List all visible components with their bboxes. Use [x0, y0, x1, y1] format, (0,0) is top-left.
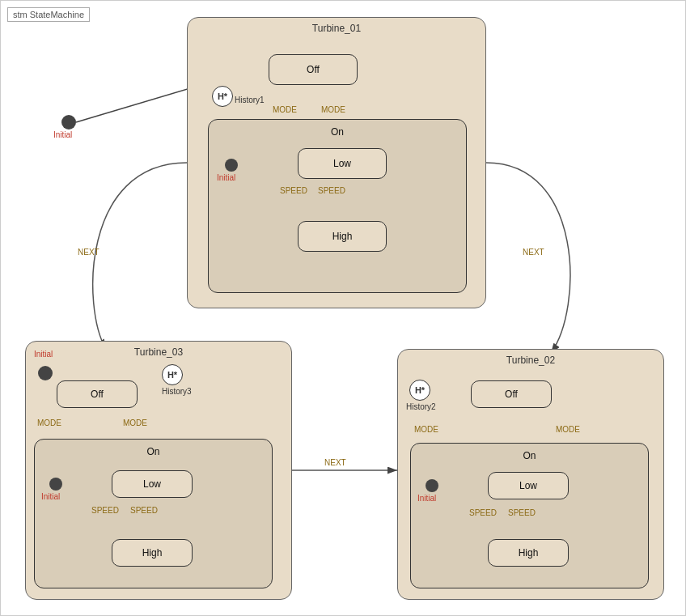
- turbine03-outer-initial-dot: [38, 366, 53, 380]
- turbine01-inner-initial-label: Initial: [217, 173, 235, 182]
- turbine02-inner-initial-label: Initial: [417, 494, 436, 503]
- turbine03-speed-up: SPEED: [130, 506, 158, 515]
- turbine03-inner-initial-dot: [49, 478, 62, 491]
- turbine02-off-state: Off: [471, 380, 552, 408]
- turbine02-speed-down: SPEED: [469, 508, 497, 517]
- turbine03-history-label: History3: [162, 387, 192, 396]
- turbine02-on-label: On: [523, 450, 536, 461]
- next-left-label: NEXT: [78, 248, 100, 257]
- turbine01-off-state: Off: [269, 54, 358, 85]
- turbine02-low-label: Low: [519, 480, 537, 491]
- turbine03-speed-down: SPEED: [91, 506, 119, 515]
- turbine01-mode-down: MODE: [273, 105, 297, 114]
- turbine01-low-label: Low: [333, 158, 351, 169]
- turbine02-history: H*: [409, 380, 430, 401]
- turbine02-on-state: On Low High SPEED SPEED Initial: [410, 443, 649, 588]
- turbine02-mode-down: MODE: [414, 425, 438, 434]
- turbine03-box: Turbine_03 Initial Off H* History3 On Lo…: [25, 341, 292, 600]
- turbine02-inner-initial-dot: [426, 479, 438, 492]
- turbine03-high-label: High: [142, 547, 163, 559]
- outer-initial-dot: [61, 115, 76, 130]
- turbine01-on-label: On: [331, 126, 344, 138]
- turbine03-mode-up: MODE: [123, 418, 147, 427]
- turbine01-inner-initial-dot: [225, 159, 238, 172]
- turbine03-inner-initial-label: Initial: [41, 492, 60, 501]
- turbine03-low-state: Low: [112, 470, 193, 498]
- turbine01-high-state: High: [298, 221, 387, 252]
- turbine01-label: Turbine_01: [188, 23, 485, 34]
- turbine01-history-label: History1: [235, 96, 265, 104]
- turbine03-history: H*: [162, 364, 183, 385]
- turbine03-on-state: On Low High SPEED SPEED Initial: [34, 439, 273, 588]
- turbine02-history-symbol: H*: [415, 385, 425, 395]
- turbine03-label: Turbine_03: [26, 346, 291, 358]
- turbine03-off-state: Off: [57, 380, 138, 408]
- turbine01-high-label: High: [332, 231, 353, 242]
- turbine03-history-symbol: H*: [167, 370, 177, 380]
- turbine02-high-state: High: [488, 539, 569, 567]
- turbine03-on-label: On: [146, 446, 159, 457]
- canvas: stm StateMachine: [0, 0, 686, 616]
- turbine01-box: Turbine_01 Off On Low High SPEED SPEED I…: [187, 17, 486, 308]
- next-right-label: NEXT: [523, 248, 544, 257]
- title-text: stm StateMachine: [13, 10, 84, 19]
- turbine03-low-label: Low: [143, 478, 161, 490]
- turbine02-mode-up: MODE: [556, 425, 580, 434]
- turbine01-mode-up: MODE: [321, 105, 345, 114]
- turbine02-off-label: Off: [505, 389, 518, 400]
- turbine02-speed-up: SPEED: [508, 508, 536, 517]
- turbine02-high-label: High: [519, 547, 539, 559]
- turbine03-high-state: High: [112, 539, 193, 567]
- outer-initial-label: Initial: [53, 130, 72, 139]
- next-bottom-label: NEXT: [324, 458, 346, 467]
- turbine01-speed-up: SPEED: [318, 186, 345, 195]
- turbine03-off-label: Off: [91, 389, 104, 400]
- turbine01-on-state: On Low High SPEED SPEED Initial: [208, 119, 467, 293]
- turbine01-off-label: Off: [307, 64, 320, 75]
- turbine02-label: Turbine_02: [398, 355, 663, 366]
- title-badge: stm StateMachine: [7, 7, 90, 22]
- turbine02-box: Turbine_02 Off On Low High SPEED SPEED I…: [397, 349, 664, 600]
- turbine01-low-state: Low: [298, 148, 387, 179]
- turbine02-history-label: History2: [406, 402, 436, 411]
- turbine03-mode-down: MODE: [37, 418, 61, 427]
- turbine01-history: H*: [212, 86, 233, 107]
- turbine02-low-state: Low: [488, 472, 569, 499]
- turbine01-history-symbol: H*: [218, 91, 227, 101]
- turbine03-outer-initial-label: Initial: [34, 350, 53, 359]
- turbine01-speed-down: SPEED: [280, 186, 307, 195]
